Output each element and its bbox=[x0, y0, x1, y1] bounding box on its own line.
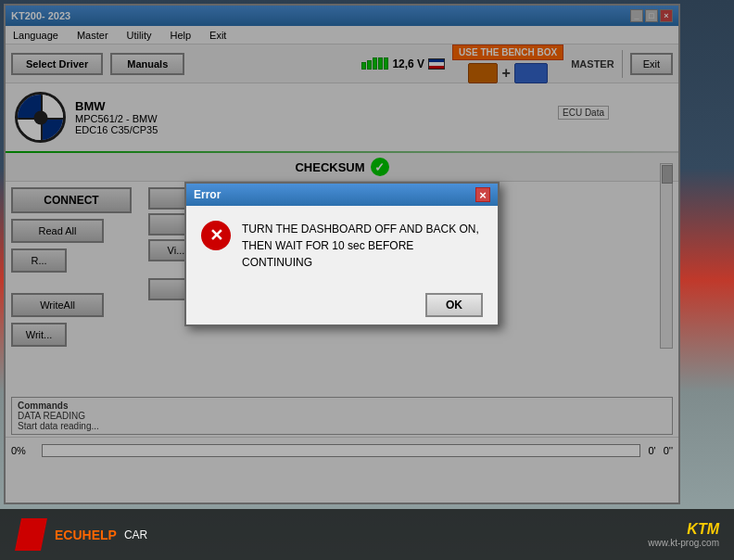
modal-title-bar: Error × bbox=[186, 184, 498, 206]
modal-footer: OK bbox=[186, 286, 498, 325]
bottom-bar: ECUHELP CAR KTM www.kt-prog.com bbox=[0, 509, 734, 560]
modal-overlay: Error × ✕ TURN THE DASHBOARD OFF AND BAC… bbox=[6, 6, 678, 503]
modal-message: TURN THE DASHBOARD OFF AND BACK ON, THEN… bbox=[242, 221, 483, 271]
modal-body: ✕ TURN THE DASHBOARD OFF AND BACK ON, TH… bbox=[186, 206, 498, 286]
modal-title: Error bbox=[194, 188, 221, 201]
kt-url: www.kt-prog.com bbox=[648, 538, 719, 548]
car-label: CAR bbox=[124, 528, 147, 541]
error-icon: ✕ bbox=[201, 221, 231, 250]
bottom-left-branding: ECUHELP CAR bbox=[15, 518, 147, 551]
ecuhelp-small-icon bbox=[15, 518, 47, 551]
bottom-right-branding: KTM www.kt-prog.com bbox=[648, 521, 719, 548]
error-dialog: Error × ✕ TURN THE DASHBOARD OFF AND BAC… bbox=[184, 182, 500, 326]
ok-button[interactable]: OK bbox=[425, 293, 483, 317]
kt-logo: KTM bbox=[648, 521, 719, 538]
modal-close-button[interactable]: × bbox=[475, 187, 490, 202]
ecuhelp-bottom-text: ECUHELP bbox=[55, 528, 117, 542]
app-window: KT200- 2023 _ □ × Language Master Utilit… bbox=[4, 4, 680, 504]
